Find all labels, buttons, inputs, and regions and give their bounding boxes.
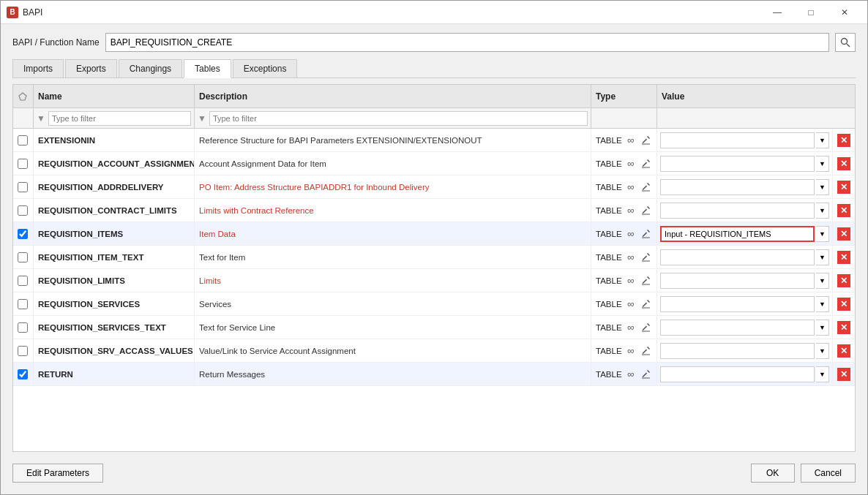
value-input[interactable] <box>660 320 815 336</box>
value-dropdown-button[interactable]: ▼ <box>816 203 829 219</box>
clear-button[interactable]: ✕ <box>837 298 850 311</box>
description-cell: Return Messages <box>195 363 591 385</box>
value-dropdown-button[interactable]: ▼ <box>816 226 829 242</box>
infinity-icon-button[interactable]: ∞ <box>625 367 637 382</box>
row-checkbox[interactable] <box>18 159 28 169</box>
filter-name-cell[interactable]: ▼ <box>34 108 195 128</box>
type-cell: TABLE∞ <box>591 246 657 268</box>
search-button[interactable] <box>835 33 856 52</box>
ok-button[interactable]: OK <box>751 464 795 483</box>
value-dropdown-button[interactable]: ▼ <box>816 179 829 195</box>
value-input[interactable] <box>660 203 815 219</box>
row-checkbox[interactable] <box>18 276 28 286</box>
tab-exports[interactable]: Exports <box>65 59 117 78</box>
edit-icon-button[interactable] <box>640 133 652 148</box>
value-cell: ▼ <box>657 339 833 362</box>
value-cell: ▼ <box>657 246 833 268</box>
value-dropdown-button[interactable]: ▼ <box>816 249 829 265</box>
filter-name-input[interactable] <box>48 111 191 126</box>
value-input[interactable] <box>660 366 815 382</box>
edit-icon-button[interactable] <box>640 180 652 194</box>
clear-button[interactable]: ✕ <box>837 251 850 264</box>
infinity-icon-button[interactable]: ∞ <box>625 297 637 311</box>
infinity-icon-button[interactable]: ∞ <box>625 227 637 241</box>
infinity-icon-button[interactable]: ∞ <box>625 273 637 288</box>
value-input[interactable] <box>660 249 815 265</box>
value-input[interactable] <box>660 296 815 312</box>
edit-icon-button[interactable] <box>640 273 652 288</box>
value-dropdown-button[interactable]: ▼ <box>816 366 829 382</box>
edit-icon-button[interactable] <box>640 156 652 171</box>
clear-button[interactable]: ✕ <box>837 321 850 334</box>
edit-icon-button[interactable] <box>640 297 652 311</box>
tab-changings[interactable]: Changings <box>119 59 182 78</box>
infinity-icon-button[interactable]: ∞ <box>625 156 637 171</box>
row-checkbox[interactable] <box>18 135 28 146</box>
edit-icon-button[interactable] <box>640 320 652 335</box>
value-input[interactable] <box>660 343 815 359</box>
infinity-icon-button[interactable]: ∞ <box>625 133 637 148</box>
clear-button[interactable]: ✕ <box>837 227 850 241</box>
value-input[interactable] <box>660 132 815 148</box>
tab-imports[interactable]: Imports <box>12 59 64 78</box>
value-dropdown-button[interactable]: ▼ <box>816 132 829 148</box>
tab-tables[interactable]: Tables <box>184 59 231 78</box>
svg-rect-3 <box>643 138 648 143</box>
type-cell: TABLE∞ <box>591 199 657 222</box>
edit-icon-button[interactable] <box>640 250 652 265</box>
close-button[interactable]: ✕ <box>828 1 861 24</box>
row-checkbox[interactable] <box>18 346 28 356</box>
value-dropdown-button[interactable]: ▼ <box>816 343 829 359</box>
infinity-icon-button[interactable]: ∞ <box>625 203 637 218</box>
infinity-icon-button[interactable]: ∞ <box>625 250 637 265</box>
row-checkbox[interactable] <box>18 299 28 309</box>
value-dropdown-button[interactable]: ▼ <box>816 156 829 172</box>
filter-description-cell[interactable]: ▼ <box>195 108 591 128</box>
clear-button[interactable]: ✕ <box>837 157 850 170</box>
type-cell: TABLE∞ <box>591 269 657 292</box>
infinity-icon-button[interactable]: ∞ <box>625 180 637 194</box>
value-dropdown-button[interactable]: ▼ <box>816 320 829 336</box>
checkbox-cell <box>13 339 34 362</box>
th-type-label: Type <box>596 91 616 102</box>
row-checkbox[interactable] <box>18 322 28 333</box>
tab-exceptions[interactable]: Exceptions <box>233 59 298 78</box>
infinity-icon-button[interactable]: ∞ <box>625 320 637 335</box>
description-cell: Text for Item <box>195 246 591 268</box>
value-input[interactable] <box>660 179 815 195</box>
value-dropdown-button[interactable]: ▼ <box>816 273 829 289</box>
clear-button[interactable]: ✕ <box>837 204 850 217</box>
minimize-button[interactable]: — <box>760 1 794 24</box>
edit-icon-button[interactable] <box>640 367 652 382</box>
name-cell: REQUISITION_ADDRDELIVERY <box>34 175 195 198</box>
edit-icon-button[interactable] <box>640 227 652 241</box>
function-name-input[interactable] <box>105 33 829 52</box>
row-checkbox[interactable] <box>18 229 28 239</box>
filter-description-input[interactable] <box>209 111 588 126</box>
clear-button[interactable]: ✕ <box>837 368 850 381</box>
maximize-button[interactable]: □ <box>794 1 828 24</box>
value-dropdown-button[interactable]: ▼ <box>816 296 829 312</box>
row-checkbox[interactable] <box>18 205 28 216</box>
clear-button[interactable]: ✕ <box>837 274 850 287</box>
edit-icon-button[interactable] <box>640 203 652 218</box>
row-checkbox[interactable] <box>18 369 28 379</box>
edit-parameters-button[interactable]: Edit Parameters <box>12 464 103 483</box>
svg-marker-31 <box>647 347 650 349</box>
edit-icon-button[interactable] <box>640 344 652 358</box>
cancel-button[interactable]: Cancel <box>801 464 856 483</box>
description-cell: Item Data <box>195 222 591 245</box>
table-row: EXTENSIONINReference Structure for BAPI … <box>13 129 855 152</box>
infinity-icon-button[interactable]: ∞ <box>625 344 637 358</box>
row-checkbox[interactable] <box>18 252 28 262</box>
clear-button[interactable]: ✕ <box>837 181 850 194</box>
value-input[interactable] <box>660 156 815 172</box>
footer-right: OK Cancel <box>751 464 856 483</box>
type-cell: TABLE∞ <box>591 129 657 151</box>
value-input[interactable] <box>660 273 815 289</box>
row-checkbox[interactable] <box>18 182 28 192</box>
clear-button[interactable]: ✕ <box>837 344 850 358</box>
clear-button[interactable]: ✕ <box>837 134 850 147</box>
description-cell: Text for Service Line <box>195 316 591 339</box>
value-input[interactable] <box>660 226 815 242</box>
